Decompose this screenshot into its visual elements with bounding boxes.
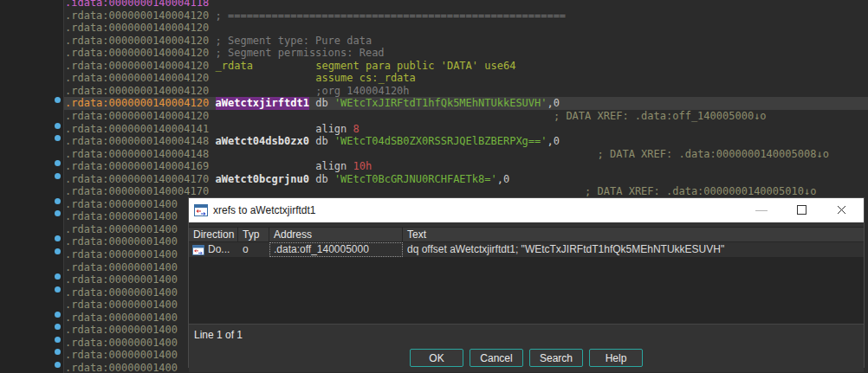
column-header-address[interactable]: Address [269, 228, 403, 241]
address-label: .rdata:00000001400 [65, 273, 178, 286]
help-button[interactable]: Help [589, 349, 643, 367]
line-marker-dot [55, 349, 61, 355]
address-cell[interactable]: .data:off_140005000 [269, 242, 403, 257]
line-marker-dot [55, 248, 61, 254]
address-label: .rdata:0000000140004120 [65, 72, 209, 85]
line-body: db 'WEtcTxJIRFtdT1hfQk5MEhNTUkkESUVH',0 [315, 97, 560, 110]
address-label: .rdata:00000001400 [65, 299, 178, 312]
symbol-name[interactable]: aWetct0bcgrjnu0 [216, 173, 309, 186]
address-label: .rdata:00000001400 [65, 286, 178, 299]
column-header-direction[interactable]: Direction [189, 228, 238, 241]
listing-line[interactable]: .rdata:0000000140004120; Segment type: P… [0, 35, 868, 48]
status-line-count: Line 1 of 1 [194, 329, 243, 341]
address-label: .rdata:0000000140004169 [65, 160, 209, 173]
address-label: .rdata:0000000140004148 [65, 135, 209, 148]
address-label: .rdata:00000001400 [65, 362, 178, 373]
listing-line[interactable]: .rdata:0000000140004120; DATA XREF: .dat… [0, 110, 868, 123]
line-marker-dot [55, 235, 61, 241]
table-row[interactable]: Do... o .data:off_140005000 dq offset aW… [189, 242, 864, 257]
line-marker-dot [55, 273, 61, 280]
button-row: OK Cancel Search Help [189, 349, 864, 367]
line-marker-dot [55, 362, 61, 368]
address-label: .rdata:0000000140004120 [65, 110, 209, 123]
ok-button[interactable]: OK [410, 349, 463, 367]
line-body: ; DATA XREF: .data:0000000140005010↓o [585, 185, 816, 198]
line-marker-dot [55, 312, 61, 318]
address-label: .rdata:0000000140004170 [65, 185, 209, 198]
address-label: .rdata:00000001400 [65, 261, 178, 274]
line-body: db 'WEtcT0BcGRJNU0RCHFAETk8=',0 [315, 173, 509, 186]
xref-row-icon [192, 245, 204, 255]
address-label: .rdata:0000000140004120 [65, 60, 209, 73]
listing-line[interactable]: .idata:0000000140004118 [0, 0, 868, 10]
column-header-typ[interactable]: Typ [238, 228, 269, 241]
address-label: .rdata:0000000140004141 [65, 123, 209, 136]
symbol-name[interactable]: aWetctxjirftdt1 [216, 97, 309, 110]
address-label: .rdata:0000000140004120 [65, 97, 209, 110]
line-body: ;org 140004120h [315, 85, 409, 98]
column-header-text[interactable]: Text [403, 228, 864, 241]
address-label: .rdata:0000000140004120 [65, 10, 209, 23]
symbol-name[interactable]: _rdata [216, 60, 253, 73]
address-label: .rdata:00000001400 [65, 337, 178, 350]
listing-line[interactable]: .rdata:0000000140004148aWetct04dsb0zx0db… [0, 135, 868, 148]
listing-line[interactable]: .rdata:0000000140004120assume cs:_rdata [0, 72, 868, 85]
line-marker-dot [55, 210, 61, 216]
line-marker-dot [55, 286, 61, 293]
line-body: ; ======================================… [216, 10, 567, 23]
line-marker-dot [55, 97, 61, 103]
dialog-titlebar[interactable]: xrefs to aWetctxjirftdt1 [189, 198, 864, 222]
typ-cell[interactable]: o [238, 242, 269, 257]
cancel-button[interactable]: Cancel [470, 349, 523, 367]
symbol-name[interactable]: aWetct04dsb0zx0 [216, 135, 309, 148]
listing-line[interactable]: .rdata:0000000140004120_rdatasegment par… [0, 60, 868, 73]
line-marker-dot [55, 173, 61, 179]
address-label: .rdata:0000000140004120 [65, 47, 209, 60]
listing-line[interactable]: .rdata:0000000140004120;org 140004120h [0, 85, 868, 98]
line-body: align 8 [315, 123, 360, 136]
line-marker-dot [55, 198, 61, 204]
xrefs-dialog: xrefs to aWetctxjirftdt1 Direction Typ A… [188, 197, 865, 368]
xrefs-window-icon [194, 204, 208, 219]
table-header: Direction Typ Address Text [189, 227, 864, 242]
close-icon[interactable] [829, 198, 855, 222]
ida-disassembly-window: .idata:0000000140004118.rdata:0000000140… [0, 0, 868, 373]
address-label: .rdata:0000000140004120 [65, 85, 209, 98]
address-label: .rdata:00000001400 [65, 324, 178, 337]
line-body: ; Segment permissions: Read [216, 47, 385, 60]
address-label: .rdata:00000001400 [65, 312, 178, 325]
direction-value: Do... [208, 242, 230, 257]
line-marker-dot [55, 123, 61, 129]
listing-line[interactable]: .rdata:0000000140004120aWetctxjirftdt1db… [0, 97, 868, 110]
address-label: .rdata:00000001400 [65, 223, 178, 236]
search-button[interactable]: Search [529, 349, 583, 367]
address-label: .rdata:00000001400 [65, 198, 178, 211]
listing-line[interactable]: .rdata:0000000140004120; ===============… [0, 10, 868, 23]
dialog-footer: Line 1 of 1 OK Cancel Search Help [189, 324, 864, 369]
listing-line[interactable]: .rdata:0000000140004148; DATA XREF: .dat… [0, 148, 868, 161]
line-body: ; Segment type: Pure data [216, 35, 372, 48]
listing-line[interactable]: .rdata:0000000140004170; DATA XREF: .dat… [0, 185, 868, 198]
listing-line[interactable]: .rdata:0000000140004170aWetct0bcgrjnu0db… [0, 173, 868, 186]
listing-line[interactable]: .rdata:0000000140004120; Segment permiss… [0, 47, 868, 60]
text-cell[interactable]: dq offset aWetctxjirftdt1; "WEtcTxJIRFtd… [403, 242, 864, 257]
table-empty-area [189, 257, 864, 324]
direction-cell[interactable]: Do... [189, 242, 238, 257]
line-marker-dot [55, 135, 61, 141]
line-body: ; DATA XREF: .data:0000000140005008↓o [598, 148, 829, 161]
address-label: .rdata:0000000140004120 [65, 22, 209, 35]
address-label: .rdata:0000000140004170 [65, 173, 209, 186]
address-label: .rdata:00000001400 [65, 349, 178, 362]
address-label: .rdata:0000000140004148 [65, 148, 209, 161]
line-marker-dot [55, 337, 61, 343]
line-body: assume cs:_rdata [315, 72, 416, 85]
listing-line[interactable]: .rdata:0000000140004169align 10h [0, 160, 868, 173]
listing-line[interactable]: .rdata:0000000140004141align 8 [0, 123, 868, 136]
address-label: .rdata:00000001400 [65, 210, 178, 223]
listing-line[interactable]: .rdata:0000000140004120 [0, 22, 868, 35]
line-body: segment para public 'DATA' use64 [315, 60, 515, 73]
address-label: .idata:0000000140004118 [65, 0, 209, 10]
maximize-icon[interactable] [789, 198, 815, 222]
minimize-icon[interactable] [748, 198, 774, 222]
dialog-title: xrefs to aWetctxjirftdt1 [213, 204, 315, 216]
